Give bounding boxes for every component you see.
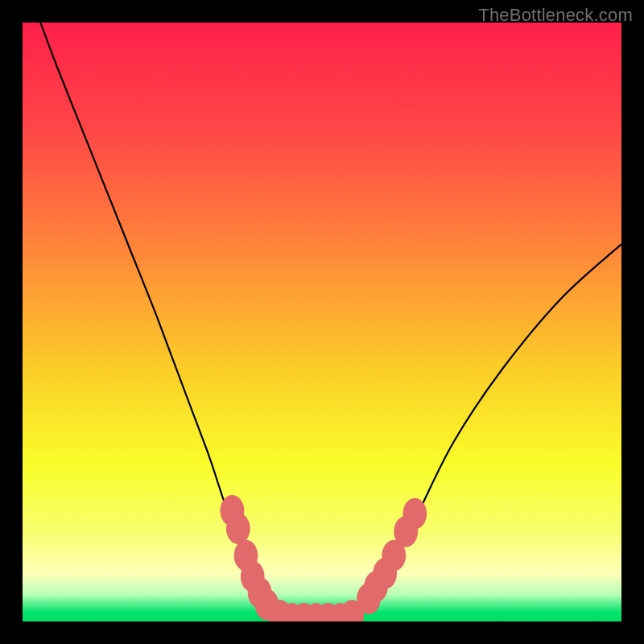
plot-area bbox=[23, 23, 621, 621]
bottleneck-curve bbox=[40, 23, 621, 619]
watermark-text: TheBottleneck.com bbox=[478, 5, 633, 26]
marker-point bbox=[226, 513, 250, 544]
highlighted-points bbox=[221, 495, 427, 621]
curve-layer bbox=[23, 23, 621, 621]
marker-point bbox=[402, 498, 427, 530]
chart-frame: TheBottleneck.com bbox=[0, 0, 644, 644]
